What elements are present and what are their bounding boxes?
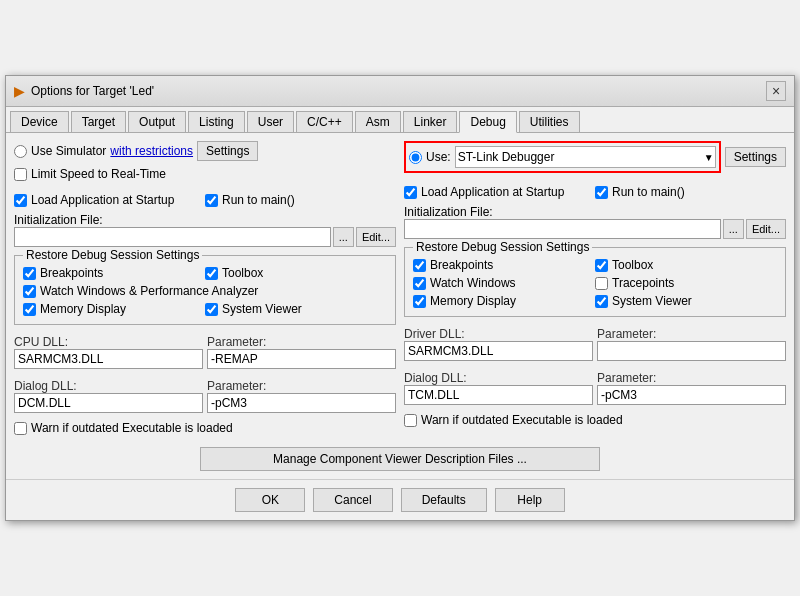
use-simulator-label: Use Simulator (31, 144, 106, 158)
right-column: Use: ST-Link Debugger ▼ Settings (404, 141, 786, 435)
help-button[interactable]: Help (495, 488, 565, 512)
cpu-dll-input[interactable] (14, 349, 203, 369)
tab-cpp[interactable]: C/C++ (296, 111, 353, 132)
toolbox-checkbox[interactable] (205, 267, 218, 280)
tab-linker[interactable]: Linker (403, 111, 458, 132)
tab-output[interactable]: Output (128, 111, 186, 132)
system-viewer-label: System Viewer (222, 302, 302, 316)
defaults-button[interactable]: Defaults (401, 488, 487, 512)
warn-label-right: Warn if outdated Executable is loaded (421, 413, 623, 427)
init-edit-button[interactable]: Edit... (356, 227, 396, 247)
memory-display-checkbox[interactable] (23, 303, 36, 316)
right-tracepoints-checkbox[interactable] (595, 277, 608, 290)
tab-target[interactable]: Target (71, 111, 126, 132)
options-dialog: ▶ Options for Target 'Led' × Device Targ… (5, 75, 795, 521)
breakpoints-checkbox[interactable] (23, 267, 36, 280)
ok-button[interactable]: OK (235, 488, 305, 512)
breakpoints-label: Breakpoints (40, 266, 103, 280)
right-init-browse-button[interactable]: ... (723, 219, 744, 239)
run-to-main-checkbox[interactable] (205, 194, 218, 207)
restore-debug-group-left: Restore Debug Session Settings Breakpoin… (14, 255, 396, 325)
dialog-param-label-right: Parameter: (597, 371, 786, 385)
right-breakpoints-label: Breakpoints (430, 258, 493, 272)
dialog-param-input-right[interactable] (597, 385, 786, 405)
right-init-file-input[interactable] (404, 219, 721, 239)
limit-speed-row: Limit Speed to Real-Time (14, 167, 396, 181)
init-browse-button[interactable]: ... (333, 227, 354, 247)
right-load-app-checkbox[interactable] (404, 186, 417, 199)
right-init-file-label: Initialization File: (404, 205, 786, 219)
init-file-input[interactable] (14, 227, 331, 247)
dialog-icon: ▶ (14, 83, 25, 99)
simulator-row: Use Simulator with restrictions Settings (14, 141, 396, 161)
driver-dll-section: Driver DLL: Parameter: (404, 327, 786, 361)
load-app-checkbox[interactable] (14, 194, 27, 207)
watch-windows-checkbox[interactable] (23, 285, 36, 298)
warn-label-left: Warn if outdated Executable is loaded (31, 421, 233, 435)
tab-device[interactable]: Device (10, 111, 69, 132)
load-app-row: Load Application at Startup (14, 193, 205, 207)
dialog-dll-section-right: Dialog DLL: Parameter: (404, 371, 786, 405)
toolbox-row: Toolbox (205, 266, 387, 280)
memory-display-row: Memory Display (23, 302, 205, 316)
dialog-param-input-left[interactable] (207, 393, 396, 413)
limit-speed-checkbox[interactable] (14, 168, 27, 181)
cpu-param-input[interactable] (207, 349, 396, 369)
right-load-app-label: Load Application at Startup (421, 185, 564, 199)
warn-checkbox-right[interactable] (404, 414, 417, 427)
tab-debug[interactable]: Debug (459, 111, 516, 133)
cancel-button[interactable]: Cancel (313, 488, 392, 512)
use-debugger-radio[interactable] (409, 151, 422, 164)
right-toolbox-checkbox[interactable] (595, 259, 608, 272)
restore-debug-group-title-right: Restore Debug Session Settings (413, 240, 592, 254)
right-toolbox-label: Toolbox (612, 258, 653, 272)
main-content: Use Simulator with restrictions Settings… (6, 133, 794, 479)
bottom-buttons: OK Cancel Defaults Help (6, 479, 794, 520)
right-load-app-row: Load Application at Startup (404, 185, 595, 199)
dialog-title: Options for Target 'Led' (31, 84, 154, 98)
right-system-viewer-checkbox[interactable] (595, 295, 608, 308)
tab-asm[interactable]: Asm (355, 111, 401, 132)
use-simulator-radio[interactable] (14, 145, 27, 158)
right-watch-windows-checkbox[interactable] (413, 277, 426, 290)
cpu-param-label: Parameter: (207, 335, 396, 349)
right-memory-display-checkbox[interactable] (413, 295, 426, 308)
tab-listing[interactable]: Listing (188, 111, 245, 132)
load-app-label: Load Application at Startup (31, 193, 174, 207)
close-button[interactable]: × (766, 81, 786, 101)
memory-display-label: Memory Display (40, 302, 126, 316)
dialog-dll-input-left[interactable] (14, 393, 203, 413)
tab-utilities[interactable]: Utilities (519, 111, 580, 132)
dialog-dll-label-left: Dialog DLL: (14, 379, 203, 393)
debugger-select-wrapper: ST-Link Debugger ▼ (455, 146, 716, 168)
right-breakpoints-checkbox[interactable] (413, 259, 426, 272)
init-file-label: Initialization File: (14, 213, 396, 227)
right-watch-trace-row: Watch Windows Tracepoints (413, 276, 777, 290)
right-init-edit-button[interactable]: Edit... (746, 219, 786, 239)
warn-checkbox-left[interactable] (14, 422, 27, 435)
restore-debug-inner-right: Breakpoints Toolbox Watch Windows (413, 258, 777, 308)
dialog-dll-section-left: Dialog DLL: Parameter: (14, 379, 396, 413)
cpu-dll-section: CPU DLL: Parameter: (14, 335, 396, 369)
driver-dll-input[interactable] (404, 341, 593, 361)
system-viewer-checkbox[interactable] (205, 303, 218, 316)
warn-row-right: Warn if outdated Executable is loaded (404, 413, 786, 427)
toolbox-label: Toolbox (222, 266, 263, 280)
load-run-row: Load Application at Startup Run to main(… (14, 193, 396, 207)
dialog-dll-labels-right: Dialog DLL: Parameter: (404, 371, 786, 385)
driver-param-input[interactable] (597, 341, 786, 361)
right-load-run-row: Load Application at Startup Run to main(… (404, 185, 786, 199)
debugger-select[interactable]: ST-Link Debugger (455, 146, 716, 168)
tab-user[interactable]: User (247, 111, 294, 132)
right-memory-system-row: Memory Display System Viewer (413, 294, 777, 308)
dialog-dll-input-right[interactable] (404, 385, 593, 405)
with-restrictions-link[interactable]: with restrictions (110, 144, 193, 158)
driver-dll-row (404, 341, 786, 361)
right-watch-windows-row: Watch Windows (413, 276, 595, 290)
two-column-layout: Use Simulator with restrictions Settings… (14, 141, 786, 435)
debugger-settings-button[interactable]: Settings (725, 147, 786, 167)
right-run-to-main-checkbox[interactable] (595, 186, 608, 199)
manage-component-button[interactable]: Manage Component Viewer Description File… (200, 447, 600, 471)
simulator-settings-button[interactable]: Settings (197, 141, 258, 161)
right-init-file-section: Initialization File: ... Edit... (404, 205, 786, 239)
